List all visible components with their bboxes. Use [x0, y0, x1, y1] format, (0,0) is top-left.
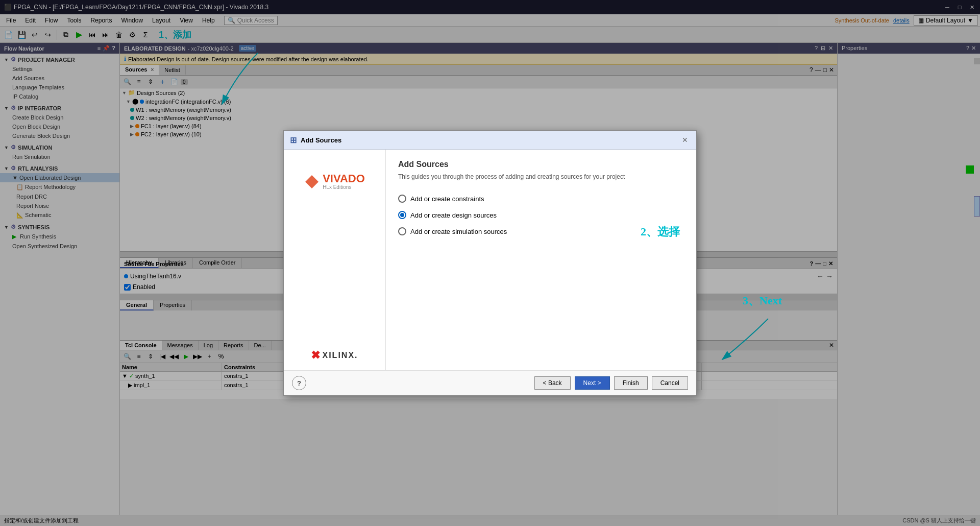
modal-title-text: Add Sources: [301, 136, 341, 144]
modal-icon: ⊞: [290, 135, 297, 145]
radio-simulation[interactable]: [398, 227, 406, 235]
radio-simulation-label: Add or create simulation sources: [410, 228, 507, 235]
modal-title-row: ⊞ Add Sources: [290, 135, 341, 145]
vivado-diamond-icon: [304, 174, 320, 189]
radio-design[interactable]: [398, 211, 406, 219]
svg-marker-3: [305, 175, 318, 188]
modal-action-buttons: < Back Next > Finish Cancel: [534, 376, 688, 390]
modal-footer: ? < Back Next > Finish Cancel: [284, 370, 696, 395]
radio-constraints[interactable]: [398, 195, 406, 203]
radio-option-design[interactable]: Add or create design sources: [398, 207, 684, 223]
modal-help-button[interactable]: ?: [292, 376, 306, 390]
xilinx-logo: ✖ XILINX.: [311, 349, 358, 362]
vivado-subtext: HLx Editions: [323, 184, 365, 190]
radio-option-simulation[interactable]: Add or create simulation sources: [398, 223, 684, 240]
back-button[interactable]: < Back: [534, 376, 571, 390]
cancel-button[interactable]: Cancel: [652, 376, 688, 390]
radio-option-constraints[interactable]: Add or create constraints: [398, 190, 684, 207]
radio-constraints-label: Add or create constraints: [410, 195, 484, 203]
modal-header: ⊞ Add Sources ✕: [284, 131, 696, 150]
modal-close-btn[interactable]: ✕: [680, 135, 690, 145]
next-button[interactable]: Next >: [575, 376, 610, 390]
add-sources-modal: ⊞ Add Sources ✕ VIVADO HLx Editions: [283, 130, 697, 396]
vivado-text: VIVADO: [323, 173, 365, 184]
modal-overlay[interactable]: ⊞ Add Sources ✕ VIVADO HLx Editions: [0, 0, 980, 526]
xilinx-text: XILINX.: [322, 351, 358, 360]
vivado-logo: VIVADO HLx Editions: [304, 173, 365, 192]
modal-right: Add Sources This guides you through the …: [386, 150, 696, 370]
modal-description: This guides you through the process of a…: [398, 173, 684, 180]
finish-button[interactable]: Finish: [614, 376, 648, 390]
modal-body: VIVADO HLx Editions ✖ XILINX. Add Source…: [284, 150, 696, 370]
vivado-text-block: VIVADO HLx Editions: [323, 173, 365, 190]
modal-left: VIVADO HLx Editions ✖ XILINX.: [284, 150, 386, 370]
xilinx-x: ✖: [311, 349, 320, 362]
modal-section-title: Add Sources: [398, 160, 684, 169]
vivado-logo-row: VIVADO HLx Editions: [304, 173, 365, 190]
radio-design-label: Add or create design sources: [410, 211, 497, 219]
